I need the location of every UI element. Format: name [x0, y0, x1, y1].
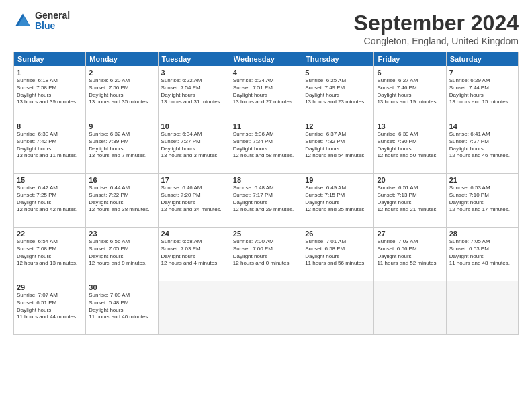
col-wednesday: Wednesday — [230, 52, 302, 66]
table-row: 28Sunrise: 7:05 AMSunset: 6:53 PMDayligh… — [446, 228, 518, 281]
day-info: Sunrise: 6:39 AMSunset: 7:30 PMDaylight … — [377, 131, 443, 160]
header: General Blue September 2024 Congleton, E… — [13, 11, 519, 46]
day-number: 5 — [305, 68, 371, 77]
table-row: 19Sunrise: 6:49 AMSunset: 7:15 PMDayligh… — [302, 174, 374, 228]
table-row: 14Sunrise: 6:41 AMSunset: 7:27 PMDayligh… — [446, 120, 518, 174]
table-row: 21Sunrise: 6:53 AMSunset: 7:10 PMDayligh… — [446, 174, 518, 228]
calendar-header-row: Sunday Monday Tuesday Wednesday Thursday… — [14, 52, 519, 66]
day-info: Sunrise: 7:00 AMSunset: 7:00 PMDaylight … — [233, 238, 299, 267]
table-row: 29Sunrise: 7:07 AMSunset: 6:51 PMDayligh… — [14, 281, 86, 335]
calendar-row: 22Sunrise: 6:54 AMSunset: 7:08 PMDayligh… — [14, 228, 519, 281]
day-info: Sunrise: 6:30 AMSunset: 7:42 PMDaylight … — [17, 131, 83, 160]
table-row — [158, 281, 230, 335]
month-title: September 2024 — [354, 11, 519, 36]
table-row: 5Sunrise: 6:25 AMSunset: 7:49 PMDaylight… — [302, 66, 374, 120]
day-info: Sunrise: 6:58 AMSunset: 7:03 PMDaylight … — [161, 238, 227, 267]
day-info: Sunrise: 7:08 AMSunset: 6:48 PMDaylight … — [89, 292, 154, 321]
table-row — [230, 281, 302, 335]
day-info: Sunrise: 7:07 AMSunset: 6:51 PMDaylight … — [17, 292, 83, 321]
day-number: 11 — [233, 122, 299, 130]
table-row: 9Sunrise: 6:32 AMSunset: 7:39 PMDaylight… — [86, 120, 158, 174]
day-info: Sunrise: 6:56 AMSunset: 7:05 PMDaylight … — [89, 238, 154, 267]
table-row: 4Sunrise: 6:24 AMSunset: 7:51 PMDaylight… — [230, 66, 302, 120]
col-tuesday: Tuesday — [158, 52, 230, 66]
day-number: 30 — [89, 283, 154, 291]
table-row: 25Sunrise: 7:00 AMSunset: 7:00 PMDayligh… — [230, 228, 302, 281]
table-row: 13Sunrise: 6:39 AMSunset: 7:30 PMDayligh… — [374, 120, 446, 174]
col-thursday: Thursday — [302, 52, 374, 66]
calendar-row: 1Sunrise: 6:18 AMSunset: 7:58 PMDaylight… — [14, 66, 519, 120]
table-row: 2Sunrise: 6:20 AMSunset: 7:56 PMDaylight… — [86, 66, 158, 120]
table-row: 7Sunrise: 6:29 AMSunset: 7:44 PMDaylight… — [446, 66, 518, 120]
day-info: Sunrise: 6:20 AMSunset: 7:56 PMDaylight … — [89, 77, 154, 106]
table-row: 22Sunrise: 6:54 AMSunset: 7:08 PMDayligh… — [14, 228, 86, 281]
logo-text: General Blue — [35, 11, 70, 32]
calendar-table: Sunday Monday Tuesday Wednesday Thursday… — [13, 52, 519, 335]
table-row: 10Sunrise: 6:34 AMSunset: 7:37 PMDayligh… — [158, 120, 230, 174]
table-row: 16Sunrise: 6:44 AMSunset: 7:22 PMDayligh… — [86, 174, 158, 228]
table-row: 15Sunrise: 6:42 AMSunset: 7:25 PMDayligh… — [14, 174, 86, 228]
table-row: 30Sunrise: 7:08 AMSunset: 6:48 PMDayligh… — [86, 281, 158, 335]
day-info: Sunrise: 6:34 AMSunset: 7:37 PMDaylight … — [161, 131, 227, 160]
col-monday: Monday — [86, 52, 158, 66]
day-info: Sunrise: 6:41 AMSunset: 7:27 PMDaylight … — [449, 131, 515, 160]
table-row — [302, 281, 374, 335]
day-number: 19 — [305, 176, 371, 184]
day-number: 10 — [161, 122, 227, 130]
table-row: 24Sunrise: 6:58 AMSunset: 7:03 PMDayligh… — [158, 228, 230, 281]
day-info: Sunrise: 6:54 AMSunset: 7:08 PMDaylight … — [17, 238, 83, 267]
day-info: Sunrise: 6:32 AMSunset: 7:39 PMDaylight … — [89, 131, 154, 160]
day-number: 15 — [17, 176, 83, 184]
table-row: 18Sunrise: 6:48 AMSunset: 7:17 PMDayligh… — [230, 174, 302, 228]
day-info: Sunrise: 6:44 AMSunset: 7:22 PMDaylight … — [89, 185, 154, 214]
day-info: Sunrise: 6:29 AMSunset: 7:44 PMDaylight … — [449, 77, 515, 106]
day-number: 9 — [89, 122, 154, 130]
logo: General Blue — [13, 11, 70, 32]
table-row: 20Sunrise: 6:51 AMSunset: 7:13 PMDayligh… — [374, 174, 446, 228]
table-row: 27Sunrise: 7:03 AMSunset: 6:56 PMDayligh… — [374, 228, 446, 281]
day-info: Sunrise: 7:01 AMSunset: 6:58 PMDaylight … — [305, 238, 371, 267]
day-info: Sunrise: 6:46 AMSunset: 7:20 PMDaylight … — [161, 185, 227, 214]
day-number: 22 — [17, 230, 83, 238]
page: General Blue September 2024 Congleton, E… — [0, 0, 532, 411]
day-info: Sunrise: 6:25 AMSunset: 7:49 PMDaylight … — [305, 77, 371, 106]
day-info: Sunrise: 6:36 AMSunset: 7:34 PMDaylight … — [233, 131, 299, 160]
table-row: 11Sunrise: 6:36 AMSunset: 7:34 PMDayligh… — [230, 120, 302, 174]
day-number: 27 — [377, 230, 443, 238]
day-number: 29 — [17, 283, 83, 291]
table-row: 8Sunrise: 6:30 AMSunset: 7:42 PMDaylight… — [14, 120, 86, 174]
logo-icon — [13, 11, 32, 30]
day-number: 6 — [377, 68, 443, 77]
day-number: 24 — [161, 230, 227, 238]
logo-general: General — [35, 11, 70, 21]
title-block: September 2024 Congleton, England, Unite… — [354, 11, 519, 46]
day-info: Sunrise: 6:42 AMSunset: 7:25 PMDaylight … — [17, 185, 83, 214]
day-number: 7 — [449, 68, 515, 77]
day-info: Sunrise: 6:37 AMSunset: 7:32 PMDaylight … — [305, 131, 371, 160]
day-number: 4 — [233, 68, 299, 77]
col-friday: Friday — [374, 52, 446, 66]
day-info: Sunrise: 6:49 AMSunset: 7:15 PMDaylight … — [305, 185, 371, 214]
table-row: 3Sunrise: 6:22 AMSunset: 7:54 PMDaylight… — [158, 66, 230, 120]
day-number: 2 — [89, 68, 154, 77]
day-number: 17 — [161, 176, 227, 184]
day-number: 23 — [89, 230, 154, 238]
day-info: Sunrise: 6:51 AMSunset: 7:13 PMDaylight … — [377, 185, 443, 214]
day-number: 21 — [449, 176, 515, 184]
calendar-row: 29Sunrise: 7:07 AMSunset: 6:51 PMDayligh… — [14, 281, 519, 335]
day-number: 14 — [449, 122, 515, 130]
location-subtitle: Congleton, England, United Kingdom — [354, 36, 519, 46]
day-info: Sunrise: 7:03 AMSunset: 6:56 PMDaylight … — [377, 238, 443, 267]
day-number: 16 — [89, 176, 154, 184]
table-row: 23Sunrise: 6:56 AMSunset: 7:05 PMDayligh… — [86, 228, 158, 281]
day-info: Sunrise: 6:27 AMSunset: 7:46 PMDaylight … — [377, 77, 443, 106]
day-number: 26 — [305, 230, 371, 238]
table-row: 26Sunrise: 7:01 AMSunset: 6:58 PMDayligh… — [302, 228, 374, 281]
day-number: 8 — [17, 122, 83, 130]
calendar-row: 8Sunrise: 6:30 AMSunset: 7:42 PMDaylight… — [14, 120, 519, 174]
day-number: 25 — [233, 230, 299, 238]
col-sunday: Sunday — [14, 52, 86, 66]
day-number: 28 — [449, 230, 515, 238]
table-row: 6Sunrise: 6:27 AMSunset: 7:46 PMDaylight… — [374, 66, 446, 120]
day-number: 3 — [161, 68, 227, 77]
